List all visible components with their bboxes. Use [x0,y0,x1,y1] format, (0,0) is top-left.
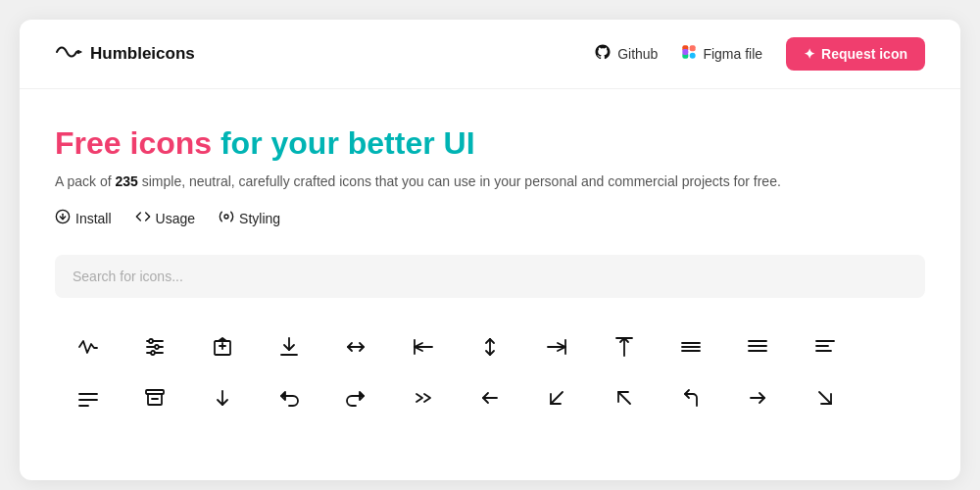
svg-line-43 [618,392,630,404]
svg-rect-38 [146,390,164,394]
icon-arrow-up-left[interactable] [590,376,657,419]
usage-label: Usage [156,211,195,226]
hero-title-teal: for your better UI [220,125,475,161]
hero-subtitle: A pack of 235 simple, neutral, carefully… [55,173,925,189]
request-icon-button[interactable]: ✦ Request icon [786,37,925,71]
svg-point-8 [224,215,228,219]
logo-icon [55,43,82,66]
github-label: Github [617,46,658,62]
icon-align-left[interactable] [791,325,858,368]
install-link[interactable]: Install [55,209,112,227]
svg-point-12 [149,339,153,343]
icon-download[interactable] [256,325,322,368]
logo[interactable]: Humbleicons [55,43,195,66]
figma-link[interactable]: Figma file [681,43,762,65]
usage-icon [135,209,151,227]
icon-archive[interactable] [122,376,188,419]
styling-icon [219,209,234,227]
icon-arrow-right[interactable] [724,376,791,419]
main-card: Humbleicons Github [20,20,960,480]
header: Humbleicons Github [20,20,960,89]
svg-point-1 [80,51,82,53]
icon-align-top[interactable] [590,325,657,368]
icon-arrow-left[interactable] [457,376,523,419]
search-input[interactable] [55,255,925,298]
icon-redo[interactable] [322,376,389,419]
icon-arrow-left-to-line[interactable] [390,325,457,368]
svg-line-45 [819,392,831,404]
install-icon [55,209,71,227]
icons-grid [55,325,925,419]
svg-point-14 [151,351,155,355]
request-icon-symbol: ✦ [804,46,815,62]
icon-compress-v[interactable] [457,325,523,368]
styling-label: Styling [239,211,280,226]
icon-align-center-h[interactable] [658,325,724,368]
request-btn-label: Request icon [821,46,907,62]
svg-point-5 [690,53,696,59]
icon-align-justify[interactable] [724,325,791,368]
icon-arrow-down-right[interactable] [791,376,858,419]
icon-compress-h[interactable] [322,325,389,368]
icon-arrow-right-to-line[interactable] [523,325,590,368]
svg-point-13 [155,345,159,349]
github-icon [594,43,612,65]
svg-point-0 [76,50,80,54]
svg-rect-3 [690,45,696,51]
install-label: Install [75,211,112,226]
svg-line-42 [551,392,563,404]
logo-text: Humbleicons [90,44,195,64]
styling-link[interactable]: Styling [219,209,280,227]
hero-title-pink: Free icons [55,125,212,161]
hero-title: Free icons for your better UI [55,124,925,162]
main-content: Free icons for your better UI A pack of … [20,89,960,443]
usage-link[interactable]: Usage [135,209,195,227]
icon-empty [858,325,925,368]
icon-activity[interactable] [55,325,122,368]
icon-undo[interactable] [256,376,322,419]
icon-sliders[interactable] [122,325,188,368]
icon-arrow-down-left[interactable] [523,376,590,419]
svg-rect-6 [683,49,689,55]
icon-arrow-down[interactable] [189,376,256,419]
header-nav: Github Figma file ✦ Request icon [594,37,925,71]
github-link[interactable]: Github [594,43,658,65]
links-row: Install Usage Styling [55,209,925,227]
figma-label: Figma file [703,46,762,62]
icon-corner-up-left[interactable] [658,376,724,419]
icon-box-add[interactable] [189,325,256,368]
icon-menu[interactable] [55,376,122,419]
figma-icon [681,43,697,65]
icon-arrow-right-double[interactable] [390,376,457,419]
